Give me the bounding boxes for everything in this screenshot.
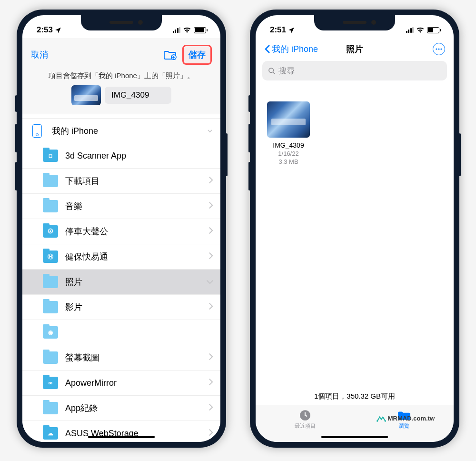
filename-input[interactable]: IMG_4309 bbox=[105, 87, 171, 104]
folder-icon: ⦿ bbox=[43, 225, 58, 238]
folder-label: App紀錄 bbox=[65, 402, 208, 414]
svg-point-1 bbox=[436, 48, 437, 50]
nav-bar: 我的 iPhone 照片 bbox=[256, 38, 454, 59]
status-time: 2:51 bbox=[270, 25, 286, 35]
file-name: IMG_4309 bbox=[267, 141, 310, 149]
file-item[interactable]: IMG_4309 1/16/22 3.3 MB bbox=[267, 101, 310, 166]
home-indicator[interactable] bbox=[88, 436, 155, 438]
svg-point-7 bbox=[384, 420, 386, 421]
chevron-icon bbox=[208, 227, 214, 237]
wifi-icon bbox=[416, 27, 424, 33]
chevron-icon bbox=[208, 302, 214, 312]
signal-icon bbox=[406, 27, 414, 33]
file-grid: IMG_4309 1/16/22 3.3 MB bbox=[256, 87, 454, 180]
folder-icon bbox=[43, 276, 58, 288]
page-title: 照片 bbox=[346, 43, 363, 55]
folder-label: 螢幕截圖 bbox=[65, 352, 208, 363]
folder-label: 健保快易通 bbox=[65, 251, 208, 262]
new-folder-icon[interactable] bbox=[163, 50, 177, 60]
phone-right: 2:51 我的 iPhone 照片 搜尋 bbox=[250, 10, 459, 448]
search-input[interactable]: 搜尋 bbox=[262, 61, 447, 80]
ellipsis-icon bbox=[436, 48, 442, 50]
folder-label: 3d Scanner App bbox=[65, 151, 214, 161]
cancel-button[interactable]: 取消 bbox=[31, 49, 48, 60]
chevron-icon bbox=[208, 252, 214, 262]
folder-row[interactable]: ☁ASUS WebStorage bbox=[22, 421, 220, 442]
folder-icon bbox=[43, 402, 58, 414]
device-row[interactable]: 我的 iPhone bbox=[22, 118, 220, 143]
chevron-icon bbox=[208, 429, 214, 439]
folder-row[interactable]: Ⓗ健保快易通 bbox=[22, 244, 220, 270]
chevron-icon bbox=[208, 201, 214, 211]
folder-label: 音樂 bbox=[65, 200, 208, 212]
folder-icon: ☁ bbox=[43, 427, 58, 440]
folder-icon bbox=[43, 200, 58, 212]
folder-row[interactable]: 照片 bbox=[22, 270, 220, 295]
folder-row[interactable]: ◘3d Scanner App bbox=[22, 143, 220, 169]
folder-row[interactable]: 影片 bbox=[22, 295, 220, 320]
folder-row[interactable]: 螢幕截圖 bbox=[22, 345, 220, 371]
save-destination-text: 項目會儲存到「我的 iPhone」上的「照片」。 bbox=[22, 70, 220, 85]
device-label: 我的 iPhone bbox=[52, 125, 206, 137]
status-time: 2:53 bbox=[37, 25, 53, 35]
battery-icon bbox=[194, 27, 206, 33]
folder-label: 影片 bbox=[65, 301, 208, 313]
wifi-icon bbox=[183, 27, 191, 33]
folder-icon bbox=[43, 301, 58, 313]
folder-row[interactable]: 音樂 bbox=[22, 194, 220, 219]
folder-row[interactable]: App紀錄 bbox=[22, 396, 220, 421]
folder-row[interactable]: ◉ bbox=[22, 320, 220, 345]
folder-row[interactable]: ∞ApowerMirror bbox=[22, 371, 220, 396]
chevron-icon bbox=[208, 403, 214, 413]
search-icon bbox=[268, 67, 276, 75]
svg-point-3 bbox=[440, 48, 442, 50]
chevron-down-icon bbox=[206, 127, 214, 135]
folder-icon: ◉ bbox=[43, 326, 58, 339]
clock-icon bbox=[298, 409, 312, 421]
folder-label: 照片 bbox=[65, 276, 206, 288]
folder-icon: Ⓗ bbox=[43, 251, 58, 263]
signal-icon bbox=[173, 27, 181, 33]
folder-label: 下載項目 bbox=[65, 175, 208, 187]
folder-list: 我的 iPhone ◘3d Scanner App下載項目音樂⦿停車大聲公Ⓗ健保… bbox=[22, 118, 220, 442]
file-thumbnail bbox=[267, 101, 310, 138]
folder-row[interactable]: ⦿停車大聲公 bbox=[22, 219, 220, 244]
home-indicator[interactable] bbox=[321, 436, 388, 438]
chevron-left-icon bbox=[264, 44, 271, 54]
folder-icon bbox=[43, 351, 58, 364]
svg-point-2 bbox=[438, 48, 439, 50]
more-button[interactable] bbox=[433, 43, 445, 55]
file-size: 3.3 MB bbox=[267, 158, 310, 166]
folder-label: 停車大聲公 bbox=[65, 226, 208, 237]
watermark: MRMAD.com.tw bbox=[377, 415, 435, 422]
battery-icon bbox=[427, 27, 439, 33]
chevron-icon bbox=[208, 353, 214, 363]
save-sheet-header: 取消 儲存 項目會儲存到「我的 iPhone」上的「照片」。 IMG_4309 bbox=[22, 38, 220, 114]
chevron-icon bbox=[206, 277, 214, 287]
phone-left: 2:53 取消 儲存 項目會儲存到「我的 iPhone」上的「照片」。 IMG_… bbox=[17, 10, 226, 448]
iphone-icon bbox=[32, 124, 42, 138]
svg-point-4 bbox=[269, 68, 273, 72]
storage-status: 1個項目，350.32 GB可用 bbox=[256, 392, 454, 401]
svg-point-6 bbox=[377, 420, 378, 421]
location-icon bbox=[288, 27, 295, 33]
folder-icon: ◘ bbox=[43, 150, 58, 162]
location-icon bbox=[55, 27, 61, 33]
folder-label: ApowerMirror bbox=[65, 378, 208, 388]
chevron-icon bbox=[208, 176, 214, 186]
back-button[interactable]: 我的 iPhone bbox=[264, 43, 318, 55]
folder-icon: ∞ bbox=[43, 377, 58, 389]
file-thumbnail bbox=[71, 85, 101, 105]
save-button[interactable]: 儲存 bbox=[182, 45, 212, 65]
chevron-icon bbox=[208, 378, 214, 388]
folder-icon bbox=[43, 175, 58, 187]
folder-row[interactable]: 下載項目 bbox=[22, 169, 220, 194]
file-date: 1/16/22 bbox=[267, 150, 310, 158]
